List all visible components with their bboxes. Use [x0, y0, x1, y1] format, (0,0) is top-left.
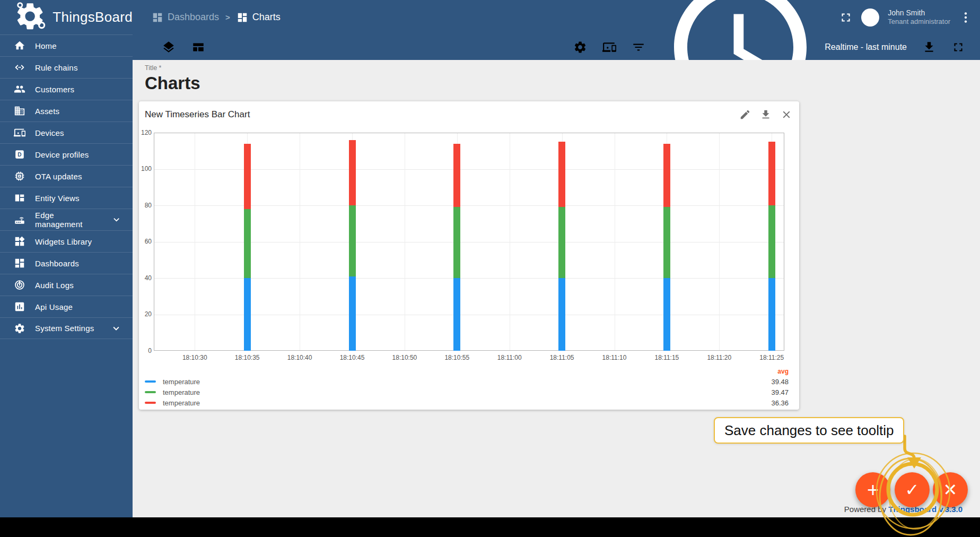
- app-logo[interactable]: ThingsBoard: [0, 0, 133, 34]
- edit-icon: [739, 109, 751, 120]
- x-axis-tick: 18:11:20: [697, 354, 741, 361]
- customers-icon: [14, 83, 25, 95]
- y-axis-tick: 100: [139, 165, 152, 172]
- sidebar-item-label: Rule chains: [35, 63, 78, 72]
- device-profiles-icon: D: [14, 149, 25, 160]
- dashboards-icon: [14, 257, 25, 269]
- cancel-edit-fab-button[interactable]: ✕: [933, 472, 968, 507]
- sidebar-item-customers[interactable]: Customers: [0, 78, 133, 100]
- legend-avg-value: 39.47: [771, 388, 789, 396]
- widget-close-button[interactable]: [781, 109, 792, 120]
- assets-icon: [14, 105, 25, 117]
- bottom-black-strip: [0, 517, 980, 537]
- app-title: ThingsBoard: [52, 9, 133, 25]
- sidebar-item-label: Entity Views: [35, 194, 80, 203]
- download-icon: [760, 109, 772, 120]
- bar-segment: [244, 144, 251, 209]
- legend-label: temperature: [163, 388, 200, 396]
- sidebar-item-system-settings[interactable]: System Settings: [0, 317, 133, 339]
- display-devices-icon[interactable]: [602, 40, 616, 54]
- settings-icon[interactable]: [573, 40, 587, 54]
- bar-segment: [244, 209, 251, 278]
- save-dashboard-fab-button[interactable]: ✓: [895, 472, 930, 507]
- bar-segment: [349, 140, 356, 205]
- filter-icon[interactable]: [632, 40, 645, 54]
- y-axis-tick: 60: [139, 238, 152, 245]
- system-settings-icon: [14, 323, 25, 334]
- legend-avg-value: 36.36: [771, 399, 789, 407]
- sidebar-item-devices[interactable]: Devices: [0, 122, 133, 143]
- widget-download-button[interactable]: [760, 109, 772, 120]
- widget-title: New Timeseries Bar Chart: [145, 109, 250, 120]
- dashboard-content: Title * Charts New Timeseries Bar Chart …: [133, 60, 980, 517]
- sidebar: ThingsBoard HomeRule chainsCustomersAsse…: [0, 0, 133, 517]
- y-axis-tick: 0: [139, 347, 152, 354]
- api-usage-icon: [14, 301, 25, 313]
- bar-segment: [349, 205, 356, 276]
- bar-segment: [768, 142, 775, 205]
- breadcrumb: Dashboards>Charts: [152, 12, 281, 23]
- bar-segment: [768, 205, 775, 278]
- dashboard-title-label: Title *: [145, 63, 974, 72]
- dashboards-icon: [237, 12, 248, 23]
- y-axis-tick: 120: [139, 129, 152, 136]
- y-axis-tick: 20: [139, 310, 152, 318]
- legend-avg-value: 39.48: [771, 378, 789, 386]
- sidebar-item-rule-chains[interactable]: Rule chains: [0, 56, 133, 78]
- x-axis-tick: 18:11:00: [487, 354, 532, 361]
- gridline: [195, 133, 195, 350]
- bar-segment: [558, 278, 565, 351]
- breadcrumb-item-charts[interactable]: Charts: [237, 12, 281, 23]
- bar-segment: [558, 207, 565, 278]
- sidebar-item-edge-management[interactable]: Edge management: [0, 209, 133, 230]
- widget-actions: [739, 109, 792, 120]
- page-title[interactable]: Charts: [145, 73, 974, 93]
- sidebar-item-audit-logs[interactable]: Audit Logs: [0, 274, 133, 296]
- legend-label: temperature: [163, 378, 200, 386]
- sidebar-item-entity-views[interactable]: Entity Views: [0, 187, 133, 209]
- legend-row: temperature39.48: [145, 376, 789, 387]
- widget-edit-button[interactable]: [739, 109, 751, 120]
- sidebar-item-device-profiles[interactable]: DDevice profiles: [0, 143, 133, 165]
- bar-segment: [453, 207, 460, 278]
- page-head: Title * Charts: [145, 63, 974, 93]
- chart-legend: avgtemperature39.48temperature39.47tempe…: [139, 362, 799, 408]
- edge-management-icon: [14, 214, 25, 226]
- chevron-down-icon: [111, 214, 122, 226]
- sidebar-item-label: Assets: [35, 107, 59, 116]
- sidebar-item-label: Api Usage: [35, 302, 73, 311]
- timeseries-bar-chart: 02040608010012018:10:3018:10:3518:10:401…: [139, 120, 799, 362]
- close-icon: [781, 109, 792, 120]
- download-icon[interactable]: [922, 40, 936, 54]
- widget-card[interactable]: New Timeseries Bar Chart 020406080100120…: [139, 101, 799, 410]
- dashboards-icon: [152, 12, 163, 23]
- layers-icon[interactable]: [162, 40, 176, 54]
- bar-segment: [349, 276, 356, 351]
- layout-icon[interactable]: [191, 40, 205, 54]
- sidebar-item-widgets-library[interactable]: Widgets Library: [0, 230, 133, 252]
- sidebar-item-label: Device profiles: [35, 150, 89, 159]
- sidebar-item-ota-updates[interactable]: OTA updates: [0, 165, 133, 187]
- sidebar-item-home[interactable]: Home: [0, 34, 133, 56]
- sidebar-item-assets[interactable]: Assets: [0, 100, 133, 122]
- bar-segment: [663, 144, 670, 207]
- sidebar-item-label: OTA updates: [35, 172, 82, 181]
- sidebar-item-api-usage[interactable]: Api Usage: [0, 296, 133, 317]
- x-axis-tick: 18:10:35: [225, 354, 269, 361]
- x-axis-tick: 18:11:10: [592, 354, 637, 361]
- sidebar-item-dashboards[interactable]: Dashboards: [0, 252, 133, 274]
- add-widget-fab-button[interactable]: +: [855, 472, 890, 507]
- breadcrumb-item-dashboards[interactable]: Dashboards: [152, 12, 219, 23]
- y-axis-tick: 40: [139, 274, 152, 282]
- y-axis-tick: 80: [139, 202, 152, 209]
- x-axis-tick: 18:10:55: [435, 354, 479, 361]
- svg-text:D: D: [18, 152, 21, 158]
- ota-updates-icon: [14, 170, 25, 182]
- gridline: [615, 133, 615, 350]
- sidebar-item-label: Devices: [35, 128, 64, 137]
- legend-row: temperature36.36: [145, 397, 789, 408]
- legend-color-dash: [145, 391, 156, 393]
- devices-icon: [14, 127, 25, 138]
- toolbar-left-group: [162, 40, 205, 54]
- fullscreen-icon[interactable]: [951, 40, 965, 54]
